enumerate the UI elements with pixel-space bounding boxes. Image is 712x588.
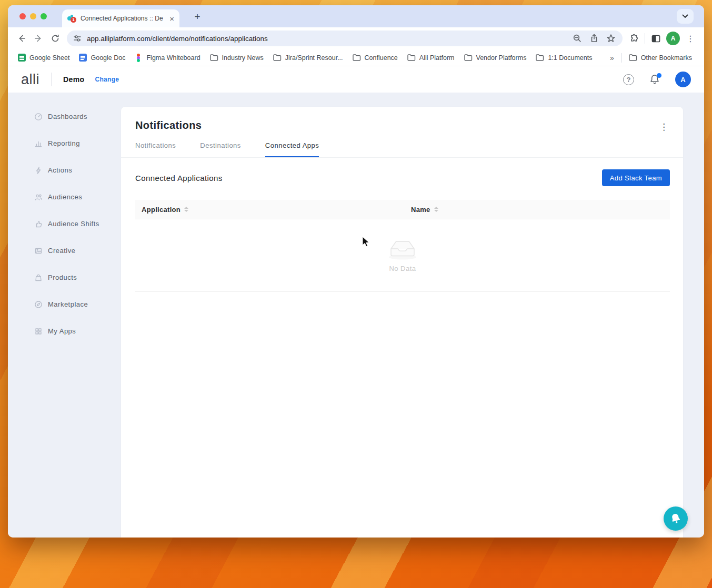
updates-widget-button[interactable] xyxy=(664,506,688,531)
close-window-button[interactable] xyxy=(19,13,26,19)
docs-icon xyxy=(79,54,87,62)
sidebar-item-products[interactable]: Products xyxy=(8,264,121,291)
sidebar-item-creative[interactable]: Creative xyxy=(8,237,121,264)
sort-icon[interactable] xyxy=(184,207,188,212)
table-header-row: Application Name xyxy=(135,200,670,219)
image-icon xyxy=(34,247,43,255)
sidebar-item-dashboards[interactable]: Dashboards xyxy=(8,103,121,130)
site-favicon-icon: 1 xyxy=(67,14,76,23)
desktop: 1 Connected Applications :: De × + xyxy=(0,0,712,588)
notifications-bell-icon[interactable] xyxy=(649,74,660,85)
extensions-icon[interactable] xyxy=(626,30,643,47)
site-settings-icon[interactable] xyxy=(73,34,82,43)
toolbar-divider xyxy=(645,33,645,44)
sidebar-item-reporting[interactable]: Reporting xyxy=(8,130,121,157)
tab-destinations[interactable]: Destinations xyxy=(200,141,241,157)
tab-strip: 1 Connected Applications :: De × + xyxy=(8,5,704,27)
page-title: Notifications xyxy=(121,107,683,131)
tab-title: Connected Applications :: De xyxy=(81,15,165,22)
page-menu-icon[interactable]: ⋮ xyxy=(659,121,668,133)
favicon-badge: 1 xyxy=(71,17,76,23)
reload-button[interactable] xyxy=(47,30,64,47)
figma-icon xyxy=(135,54,143,62)
column-header-name[interactable]: Name xyxy=(405,206,438,214)
alli-logo: alli xyxy=(21,72,39,88)
apps-grid-icon xyxy=(34,327,43,336)
bookmark-folder[interactable]: Confluence xyxy=(348,52,403,64)
bookmarks-bar: Google Sheet Google Doc Figma Whiteboard… xyxy=(8,49,704,66)
other-bookmarks[interactable]: Other Bookmarks xyxy=(624,52,697,64)
side-panel-icon[interactable] xyxy=(647,30,664,47)
chrome-profile-avatar[interactable]: A xyxy=(666,32,680,45)
folder-icon xyxy=(536,54,544,61)
content-card: Notifications ⋮ Notifications Destinatio… xyxy=(121,107,683,538)
change-client-link[interactable]: Change xyxy=(95,76,119,83)
bookmark-star-icon[interactable] xyxy=(603,30,619,47)
sidebar-item-audience-shifts[interactable]: Audience Shifts xyxy=(8,210,121,237)
dashboard-icon xyxy=(34,113,43,121)
sheets-icon xyxy=(18,54,26,62)
column-header-application[interactable]: Application xyxy=(135,206,405,214)
add-slack-team-button[interactable]: Add Slack Team xyxy=(602,169,670,186)
folder-icon xyxy=(210,54,218,61)
folder-icon xyxy=(464,54,473,61)
sidebar-item-actions[interactable]: Actions xyxy=(8,157,121,184)
empty-inbox-icon xyxy=(386,239,419,260)
folder-icon xyxy=(353,54,361,61)
bookmark-folder[interactable]: Industry News xyxy=(205,52,268,64)
tab-search-button[interactable] xyxy=(677,9,694,24)
browser-tab[interactable]: 1 Connected Applications :: De × xyxy=(62,9,179,27)
address-bar[interactable]: app.alliplatform.com/client/demo/notific… xyxy=(67,31,623,46)
tab-connected-apps[interactable]: Connected Apps xyxy=(265,141,319,157)
tab-notifications[interactable]: Notifications xyxy=(135,141,176,157)
bookmark-folder[interactable]: Vendor Platforms xyxy=(459,52,532,64)
lightning-icon xyxy=(34,166,43,175)
folder-icon xyxy=(407,54,416,61)
chrome-menu-icon[interactable]: ⋮ xyxy=(682,30,699,47)
bell-icon xyxy=(668,511,683,526)
bookmark-folder[interactable]: 1:1 Documents xyxy=(531,52,597,64)
folder-icon xyxy=(273,54,282,61)
bar-chart-icon xyxy=(34,139,43,148)
sidebar: Dashboards Reporting Actions Audiences A… xyxy=(8,93,121,538)
sidebar-item-marketplace[interactable]: Marketplace xyxy=(8,291,121,318)
browser-window: 1 Connected Applications :: De × + xyxy=(8,5,704,538)
bookmark-folder[interactable]: Alli Platform xyxy=(403,52,459,64)
bookmarks-divider xyxy=(621,53,622,63)
bookmark-folder[interactable]: Jira/Sprint Resour... xyxy=(268,52,348,64)
no-data-text: No Data xyxy=(389,265,416,272)
traffic-lights xyxy=(19,13,47,19)
section-header: Connected Applications Add Slack Team xyxy=(135,169,670,186)
tab-close-icon[interactable]: × xyxy=(169,15,174,23)
page-tabs: Notifications Destinations Connected App… xyxy=(121,141,683,158)
mouse-cursor xyxy=(362,236,372,248)
zoom-icon[interactable] xyxy=(569,30,586,47)
unread-dot xyxy=(657,73,661,78)
help-icon[interactable]: ? xyxy=(623,74,634,85)
app-header: alli Demo Change ? A xyxy=(8,66,704,93)
connected-apps-table: Application Name xyxy=(135,200,670,292)
bookmarks-overflow-chevron[interactable]: » xyxy=(605,54,619,62)
url-text[interactable]: app.alliplatform.com/client/demo/notific… xyxy=(87,35,569,43)
sort-icon[interactable] xyxy=(434,207,438,212)
new-tab-button[interactable]: + xyxy=(190,10,204,24)
folder-icon xyxy=(629,54,637,61)
empty-table-body: No Data xyxy=(135,219,670,292)
user-avatar[interactable]: A xyxy=(675,72,691,87)
bookmark-item[interactable]: Figma Whiteboard xyxy=(130,52,205,64)
share-icon[interactable] xyxy=(586,30,603,47)
sidebar-item-my-apps[interactable]: My Apps xyxy=(8,318,121,344)
app-body: Dashboards Reporting Actions Audiences A… xyxy=(8,93,704,538)
forward-button[interactable] xyxy=(30,30,47,47)
zoom-window-button[interactable] xyxy=(41,13,47,19)
bookmark-item[interactable]: Google Doc xyxy=(74,52,130,64)
section-title: Connected Applications xyxy=(135,174,223,183)
client-name: Demo xyxy=(63,75,85,84)
thumb-up-icon xyxy=(34,220,43,228)
header-divider xyxy=(51,73,52,86)
minimize-window-button[interactable] xyxy=(30,13,36,19)
bookmark-item[interactable]: Google Sheet xyxy=(13,52,74,64)
browser-toolbar: app.alliplatform.com/client/demo/notific… xyxy=(8,27,704,49)
sidebar-item-audiences[interactable]: Audiences xyxy=(8,184,121,210)
back-button[interactable] xyxy=(13,30,30,47)
